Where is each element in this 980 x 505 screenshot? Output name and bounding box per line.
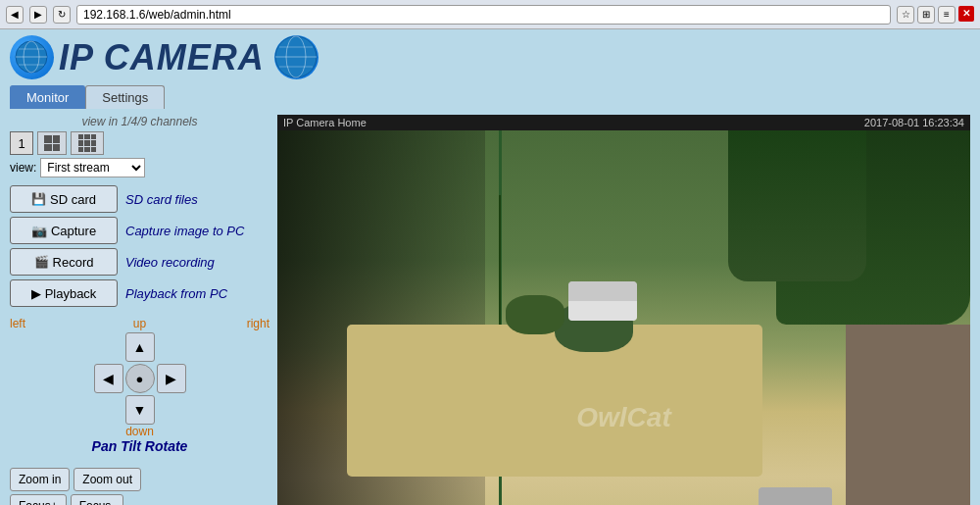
ptz-title-label: Pan Tilt Rotate [92,438,188,454]
capture-button[interactable]: 📷 Capture [10,217,118,244]
forward-button[interactable]: ▶ [29,6,47,24]
scene-bush2 [506,295,564,334]
record-row: 🎬 Record Video recording [10,248,270,276]
sd-card-label: SD card [50,192,96,207]
action-buttons: 💾 SD card SD card files 📷 Capture Captur… [10,185,270,307]
close-button[interactable]: ✕ [958,6,974,22]
ptz-empty-tl [94,332,123,362]
camera-feed: IP Camera Home 2017-08-01 16:23:34 [277,115,970,505]
camera-scene: OwlCat [277,130,970,505]
record-icon: 🎬 [34,255,49,269]
capture-icon: 📷 [31,224,47,238]
camera-timestamp: 2017-08-01 16:23:34 [864,117,964,128]
grid-9-icon [78,134,96,152]
record-desc: Video recording [125,255,215,270]
ptz-left-label: left [10,317,25,330]
scene-car2 [759,487,832,505]
capture-row: 📷 Capture Capture image to PC [10,217,270,244]
logo-right-globe [274,35,318,79]
ptz-empty-br [157,395,186,425]
channel-4-btn[interactable] [37,131,67,155]
ptz-up-label: up [133,317,146,330]
record-button[interactable]: 🎬 Record [10,248,118,276]
ptz-down-label: down [125,425,154,438]
ptz-section: left up right ▲ ◀ ● ▶ ▼ [10,317,270,458]
channel-controls: 1 [10,131,270,155]
zoom-out-button[interactable]: Zoom out [74,468,141,491]
sd-card-icon: 💾 [31,192,46,206]
scene-car1 [568,281,637,321]
logo-left-globe [10,35,54,79]
channel-9-btn[interactable] [71,131,104,155]
ptz-empty-bl [94,395,123,425]
ptz-grid: ▲ ◀ ● ▶ ▼ [94,332,186,425]
back-button[interactable]: ◀ [6,6,24,24]
focus-plus-button[interactable]: Focus+ [10,494,67,505]
left-panel: view in 1/4/9 channels 1 [10,115,270,505]
channel-hint: view in 1/4/9 channels [10,115,270,128]
playback-label: Playback [45,286,97,301]
scene-trees-top2 [728,130,866,281]
capture-label: Capture [51,224,96,238]
ptz-down-button[interactable]: ▼ [125,395,155,425]
ptz-center-button[interactable]: ● [125,364,155,393]
app-header: IP CAMERA [0,29,980,85]
browser-chrome: ◀ ▶ ↻ ☆ ⊞ ≡ ✕ [0,0,980,29]
sd-card-button[interactable]: 💾 SD card [10,185,118,213]
stream-select[interactable]: First stream Second stream [40,158,145,177]
view-label: view: [10,161,36,175]
bookmark-icon[interactable]: ⊞ [917,6,935,24]
scene-building [846,325,970,505]
refresh-button[interactable]: ↻ [53,6,71,24]
ptz-up-button[interactable]: ▲ [125,332,155,362]
camera-header: IP Camera Home 2017-08-01 16:23:34 [277,115,970,130]
channel-1-btn[interactable]: 1 [10,131,33,155]
playback-desc: Playback from PC [125,286,227,301]
camera-header-left: IP Camera Home [283,117,367,128]
main-container: IP CAMERA Monitor Settings view in 1/4/9… [0,29,980,505]
browser-actions: ☆ ⊞ ≡ ✕ [897,6,974,24]
scene-road [347,325,762,476]
tab-bar: Monitor Settings [0,85,980,109]
tab-monitor[interactable]: Monitor [10,85,85,109]
url-bar[interactable] [76,5,891,25]
zoom-in-button[interactable]: Zoom in [10,468,70,491]
menu-icon[interactable]: ≡ [938,6,956,24]
app-title: IP CAMERA [59,37,265,78]
sd-card-row: 💾 SD card SD card files [10,185,270,213]
focus-row: Focus+ Focus- [10,494,123,505]
capture-desc: Capture image to PC [125,224,244,238]
camera-image: OwlCat [277,130,970,505]
content-area: view in 1/4/9 channels 1 [0,109,980,505]
playback-icon: ▶ [31,286,41,301]
view-select-row: view: First stream Second stream [10,158,270,177]
sd-card-desc: SD card files [125,192,198,207]
star-icon[interactable]: ☆ [897,6,914,24]
playback-row: ▶ Playback Playback from PC [10,279,270,307]
grid-4-icon [44,135,60,151]
ptz-empty-tr [157,332,186,362]
focus-minus-button[interactable]: Focus- [71,494,124,505]
zoom-row: Zoom in Zoom out [10,468,141,491]
playback-button[interactable]: ▶ Playback [10,279,118,307]
ptz-right-label: right [247,317,270,330]
zoom-focus-section: Zoom in Zoom out Focus+ Focus- Left and … [10,468,270,505]
ptz-left-button[interactable]: ◀ [94,364,123,393]
ptz-right-button[interactable]: ▶ [157,364,186,393]
tab-settings[interactable]: Settings [85,85,165,109]
record-label: Record [53,255,94,270]
channel-section: view in 1/4/9 channels 1 [10,115,270,177]
